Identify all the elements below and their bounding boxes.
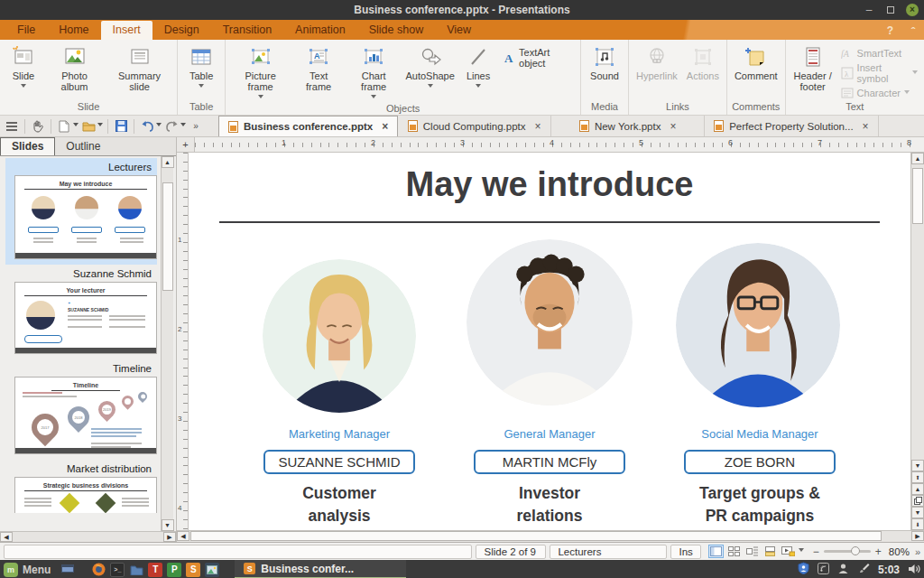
slide-title[interactable]: May we introduce bbox=[189, 165, 910, 204]
redo-icon[interactable] bbox=[163, 118, 180, 135]
canvas-horizontal-scrollbar[interactable]: ◀ ▶ bbox=[177, 530, 924, 542]
person-name-box[interactable]: MARTIN MCFly bbox=[474, 450, 625, 474]
slide-thumb-entry-3[interactable]: Timeline Timeline 2017 2018 2019 bbox=[5, 359, 157, 460]
scroll-down-arrow[interactable]: ▼ bbox=[911, 460, 924, 471]
scroll-left-arrow[interactable]: ◀ bbox=[177, 531, 189, 541]
textart-object-button[interactable]: A TextArt object bbox=[503, 47, 574, 69]
open-dropdown-arrow[interactable] bbox=[97, 123, 103, 129]
menu-animation[interactable]: Animation bbox=[283, 21, 357, 40]
clock[interactable]: 5:03 bbox=[878, 564, 900, 576]
start-slideshow-button[interactable] bbox=[781, 545, 796, 558]
canvas-vertical-scrollbar[interactable]: ▲ ▼ ⬆ ▲ ▼ ⬇ bbox=[910, 153, 924, 530]
slide-thumbnail-4[interactable]: Strategic business divisions bbox=[14, 477, 157, 513]
table-dropdown-arrow[interactable] bbox=[199, 84, 204, 90]
text-frame-button[interactable]: A Text frame bbox=[292, 42, 345, 93]
slide-canvas[interactable]: May we introduce bbox=[189, 153, 910, 530]
slide-thumbnail-1[interactable]: May we introduce bbox=[14, 175, 157, 259]
tab-outline[interactable]: Outline bbox=[55, 138, 111, 155]
brush-icon[interactable] bbox=[857, 562, 870, 578]
autoshape-button[interactable]: AutoShape bbox=[402, 42, 457, 91]
summary-slide-button[interactable]: Summary slide bbox=[105, 42, 174, 93]
person-topic[interactable]: Target groups &PR campaigns bbox=[655, 482, 864, 527]
mint-menu-icon[interactable]: m bbox=[4, 563, 18, 577]
titlebar[interactable]: Business conference.pptx - Presentations… bbox=[0, 0, 924, 20]
person-topic[interactable]: Investorrelations bbox=[445, 482, 654, 527]
user-account-icon[interactable] bbox=[837, 562, 849, 578]
scroll-left-arrow[interactable]: ◀ bbox=[0, 532, 13, 542]
photo-album-button[interactable]: Photo album bbox=[44, 42, 105, 93]
portrait-social-media-manager[interactable] bbox=[676, 243, 840, 407]
browse-object-button[interactable] bbox=[911, 495, 924, 507]
picture-frame-button[interactable]: Picture frame bbox=[228, 42, 292, 102]
presentations-icon[interactable]: S bbox=[186, 563, 200, 577]
portrait-marketing-manager[interactable] bbox=[263, 259, 416, 413]
undo-dropdown-arrow[interactable] bbox=[156, 123, 162, 129]
zoom-in-button[interactable]: + bbox=[875, 545, 882, 558]
menu-design[interactable]: Design bbox=[152, 21, 211, 40]
minimize-button[interactable]: – bbox=[863, 4, 875, 16]
zoom-level[interactable]: 80% bbox=[889, 546, 910, 557]
statusbar-overflow-icon[interactable]: » bbox=[915, 546, 920, 557]
slide-sorter-view-button[interactable] bbox=[726, 545, 742, 558]
tab-close-icon[interactable]: × bbox=[382, 120, 388, 133]
help-icon[interactable]: ? bbox=[887, 24, 893, 37]
taskbar-active-window[interactable]: S Business confer... bbox=[235, 560, 406, 578]
scroll-right-arrow[interactable]: ▶ bbox=[911, 531, 924, 541]
image-viewer-icon[interactable] bbox=[205, 563, 219, 577]
doc-tab-perfect-property[interactable]: Perfect Property Solution... × bbox=[705, 116, 878, 136]
planmaker-icon[interactable]: P bbox=[167, 563, 181, 577]
slide-dropdown-arrow[interactable] bbox=[21, 84, 26, 90]
tab-close-icon[interactable]: × bbox=[670, 120, 676, 133]
menu-transition[interactable]: Transition bbox=[211, 21, 283, 40]
volume-icon[interactable] bbox=[908, 562, 920, 578]
chart-frame-button[interactable]: Chart frame bbox=[345, 42, 402, 102]
person-role[interactable]: Marketing Manager bbox=[235, 427, 444, 441]
save-icon[interactable] bbox=[113, 118, 129, 135]
comment-button[interactable]: Comment bbox=[730, 42, 782, 82]
slide-name-indicator[interactable]: Lecturers bbox=[550, 545, 667, 559]
menu-slideshow[interactable]: Slide show bbox=[357, 21, 435, 40]
doc-tab-business-conference[interactable]: Business conference.pptx × bbox=[218, 116, 398, 136]
first-slide-button[interactable]: ⬆ bbox=[911, 471, 924, 483]
sound-button[interactable]: Sound bbox=[584, 42, 625, 82]
slide-thumb-entry-4[interactable]: Market distribution Strategic business d… bbox=[5, 460, 157, 518]
taskbar-menu-label[interactable]: Menu bbox=[23, 564, 51, 576]
slide-thumb-entry-1[interactable]: Lecturers May we introduce bbox=[5, 158, 157, 265]
redo-dropdown-arrow[interactable] bbox=[180, 123, 186, 129]
slide-thumbnail-3[interactable]: Timeline 2017 2018 2019 bbox=[14, 377, 157, 454]
connectivity-icon[interactable] bbox=[818, 562, 829, 578]
next-slide-button[interactable]: ▼ bbox=[911, 507, 924, 518]
file-manager-icon[interactable] bbox=[129, 563, 143, 577]
slide-number-indicator[interactable]: Slide 2 of 9 bbox=[476, 545, 546, 559]
new-document-icon[interactable] bbox=[56, 118, 72, 135]
vertical-ruler[interactable]: 1 2 3 4 bbox=[177, 153, 189, 530]
slide-thumbnail-2[interactable]: Your lecturer ✦ SUZANNE SCHMID bbox=[14, 282, 157, 354]
scroll-down-arrow[interactable]: ▼ bbox=[162, 519, 174, 531]
collapse-ribbon-icon[interactable]: ˆ bbox=[911, 25, 915, 39]
outline-view-button[interactable] bbox=[744, 545, 760, 558]
new-document-dropdown-arrow[interactable] bbox=[73, 123, 79, 129]
person-role[interactable]: Social Media Manager bbox=[655, 427, 864, 441]
notes-view-button[interactable] bbox=[762, 545, 778, 558]
picture-frame-dropdown-arrow[interactable] bbox=[258, 95, 263, 101]
firefox-icon[interactable] bbox=[91, 563, 106, 577]
portrait-general-manager[interactable] bbox=[467, 239, 633, 406]
menu-insert[interactable]: Insert bbox=[101, 21, 152, 40]
tab-close-icon[interactable]: × bbox=[863, 120, 869, 133]
menu-home[interactable]: Home bbox=[47, 21, 100, 40]
zoom-out-button[interactable]: − bbox=[813, 545, 819, 558]
scroll-up-arrow[interactable]: ▲ bbox=[162, 156, 174, 168]
insert-mode-indicator[interactable]: Ins bbox=[670, 545, 700, 559]
tab-slides[interactable]: Slides bbox=[0, 137, 55, 155]
ruler-origin-button[interactable]: + bbox=[177, 137, 195, 152]
toolbar-overflow-icon[interactable]: » bbox=[188, 118, 204, 135]
scroll-up-arrow[interactable]: ▲ bbox=[911, 153, 924, 164]
doc-tab-new-york[interactable]: New York.pptx × bbox=[551, 116, 705, 136]
textmaker-icon[interactable]: T bbox=[148, 563, 162, 577]
normal-view-button[interactable] bbox=[708, 545, 724, 558]
undo-icon[interactable] bbox=[139, 118, 155, 135]
doc-tab-cloud-computing[interactable]: Cloud Computing.pptx × bbox=[398, 116, 551, 136]
lines-dropdown-arrow[interactable] bbox=[476, 84, 481, 90]
maximize-button[interactable] bbox=[884, 4, 897, 16]
chart-frame-dropdown-arrow[interactable] bbox=[371, 95, 376, 101]
